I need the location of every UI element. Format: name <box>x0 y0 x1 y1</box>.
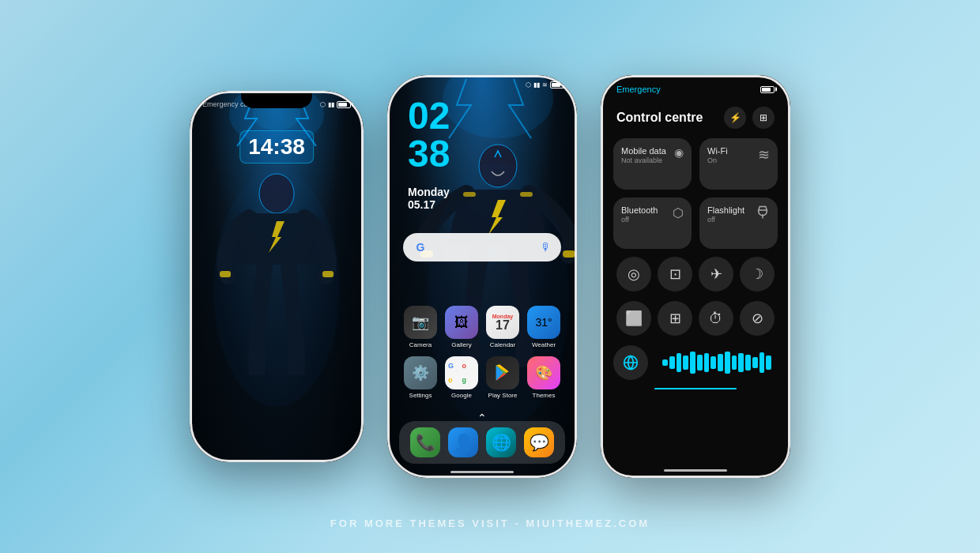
phone-controlcentre: Emergency Control centre ⚡ ⊞ <box>601 75 790 478</box>
settings-icon: ⚙️ <box>404 356 437 389</box>
bluetooth-label: Bluetooth <box>621 205 658 215</box>
cc-battery <box>760 86 775 93</box>
homescreen-screen: ⬡ ▮▮ ≋ 02 38 Monday 05.17 G 🎙 <box>387 75 577 478</box>
phone-homescreen: ⬡ ▮▮ ≋ 02 38 Monday 05.17 G 🎙 <box>387 75 577 478</box>
wave-bar <box>725 352 730 374</box>
cc-btn-eye[interactable]: ◎ <box>616 257 651 292</box>
mobiledata-icon: ◉ <box>674 146 684 159</box>
app-playstore[interactable]: Play Store <box>484 356 522 399</box>
wifi-sublabel: On <box>707 156 728 164</box>
cc-tile-mobiledata[interactable]: Mobile data Not available ◉ <box>613 138 692 190</box>
app-calendar[interactable]: Monday 17 Calendar <box>484 306 522 348</box>
cc-header-icons: ⚡ ⊞ <box>724 107 775 129</box>
phone3-statusbar: Emergency <box>616 85 775 94</box>
cc-tile-wifi[interactable]: Wi-Fi On ≋ <box>699 138 778 190</box>
cc-btn-scan[interactable]: ⊞ <box>658 301 692 336</box>
cc-btn-airplane[interactable]: ✈ <box>699 257 733 292</box>
flashlight-sublabel: off <box>707 216 744 224</box>
app-row-1: 📷 Camera 🖼 Gallery Monday 17 Calendar <box>400 306 564 348</box>
dock: 📞 👤 🌐 💬 <box>399 421 565 464</box>
cc-btn-moon[interactable]: ☽ <box>740 257 775 292</box>
home-indicator <box>450 471 514 473</box>
bt-icon-p2: ⬡ <box>526 81 531 88</box>
google-logo: G <box>413 239 428 255</box>
mobiledata-label: Mobile data <box>621 146 666 156</box>
flashlight-tile-icon <box>756 205 770 224</box>
cc-btn-no[interactable]: ⊘ <box>740 301 775 336</box>
camera-label: Camera <box>409 341 432 348</box>
battery-icon <box>337 101 351 108</box>
slider-indicator <box>654 388 737 389</box>
cc-edit-icon[interactable]: ⊞ <box>752 107 775 129</box>
themes-icon: 🎨 <box>527 356 560 389</box>
mobiledata-sublabel: Not available <box>621 156 666 164</box>
phones-container: Emergency calls only ⬡ ▮▮ 14:38 <box>190 75 790 478</box>
wave-bar <box>669 356 675 369</box>
dock-browser[interactable]: 🌐 <box>486 427 516 457</box>
cc-grid: Mobile data Not available ◉ Wi-Fi On <box>613 138 778 389</box>
cc-status-icons <box>760 86 775 93</box>
settings-label: Settings <box>409 392 432 399</box>
search-bar[interactable]: G 🎙 <box>403 233 561 261</box>
wave-bar <box>732 356 737 370</box>
cc-btn-clock[interactable]: ⏱ <box>699 301 733 336</box>
google-icon: Go og <box>445 356 478 389</box>
cc-tile-flashlight[interactable]: Flashlight off <box>699 198 778 249</box>
weather-label: Weather <box>532 341 556 348</box>
cc-emergency-text: Emergency <box>616 85 661 94</box>
cc-power-icon[interactable]: ⚡ <box>724 107 746 129</box>
dock-messages[interactable]: 💬 <box>524 427 554 457</box>
cc-tile-bluetooth[interactable]: Bluetooth off ⬡ <box>613 198 692 249</box>
app-weather[interactable]: 31° Weather <box>525 306 563 348</box>
cc-translate-btn[interactable] <box>613 345 648 380</box>
wave-bar <box>704 353 710 372</box>
cc-title: Control centre <box>616 111 703 125</box>
waveform-container <box>656 351 778 374</box>
wave-bar <box>718 354 723 371</box>
wave-bar <box>766 356 771 370</box>
app-gallery[interactable]: 🖼 Gallery <box>443 306 481 348</box>
signal-icon: ▮▮ <box>328 101 334 108</box>
app-grid: 📷 Camera 🖼 Gallery Monday 17 Calendar <box>400 306 564 407</box>
app-themes[interactable]: 🎨 Themes <box>525 356 563 399</box>
wave-bar <box>677 353 682 372</box>
gallery-icon: 🖼 <box>445 306 478 339</box>
homescreen-clock: 02 38 <box>408 97 450 173</box>
mic-icon: 🎙 <box>541 241 552 254</box>
wave-bar <box>752 357 758 368</box>
wave-bar <box>760 352 765 373</box>
wave-bar <box>683 356 688 370</box>
weather-icon: 31° <box>527 306 560 339</box>
app-settings[interactable]: ⚙️ Settings <box>401 356 439 399</box>
dock-phone[interactable]: 📞 <box>410 427 440 457</box>
cc-title-row: Control centre ⚡ ⊞ <box>616 107 775 129</box>
cc-btn-record[interactable]: ⬜ <box>616 301 651 336</box>
wifi-icon-p2: ≋ <box>542 81 548 88</box>
cc-bottom-row <box>613 345 778 380</box>
homescreen-date: Monday 05.17 <box>408 186 450 211</box>
phone2-status-icons: ⬡ ▮▮ ≋ <box>526 81 564 88</box>
wave-bar <box>745 355 751 371</box>
wave-bar <box>662 359 668 366</box>
app-camera[interactable]: 📷 Camera <box>401 306 439 348</box>
themes-label: Themes <box>533 392 556 399</box>
wave-bar <box>710 356 716 369</box>
svg-point-6 <box>213 170 340 407</box>
calendar-icon: Monday 17 <box>486 306 519 339</box>
cc-icon-row-2: ⬜ ⊞ ⏱ ⊘ <box>613 301 778 336</box>
camera-icon: 📷 <box>404 306 437 339</box>
google-label: Google <box>451 392 472 399</box>
calendar-label: Calendar <box>490 341 515 348</box>
app-row-2: ⚙️ Settings Go og Google <box>400 356 564 399</box>
wave-bar <box>697 355 703 371</box>
app-google[interactable]: Go og Google <box>443 356 481 399</box>
phone2-statusbar: ⬡ ▮▮ ≋ <box>400 81 564 88</box>
date-numeric: 05.17 <box>408 198 450 211</box>
controlcentre-screen: Emergency Control centre ⚡ ⊞ <box>601 75 790 478</box>
lockscreen-time: 14:38 <box>239 130 314 164</box>
status-icons-right: ⬡ ▮▮ <box>320 101 351 108</box>
cc-btn-crop[interactable]: ⊡ <box>658 257 692 292</box>
wave-bar <box>690 352 695 374</box>
dock-contacts[interactable]: 👤 <box>448 427 478 457</box>
clock-min: 38 <box>408 135 450 173</box>
